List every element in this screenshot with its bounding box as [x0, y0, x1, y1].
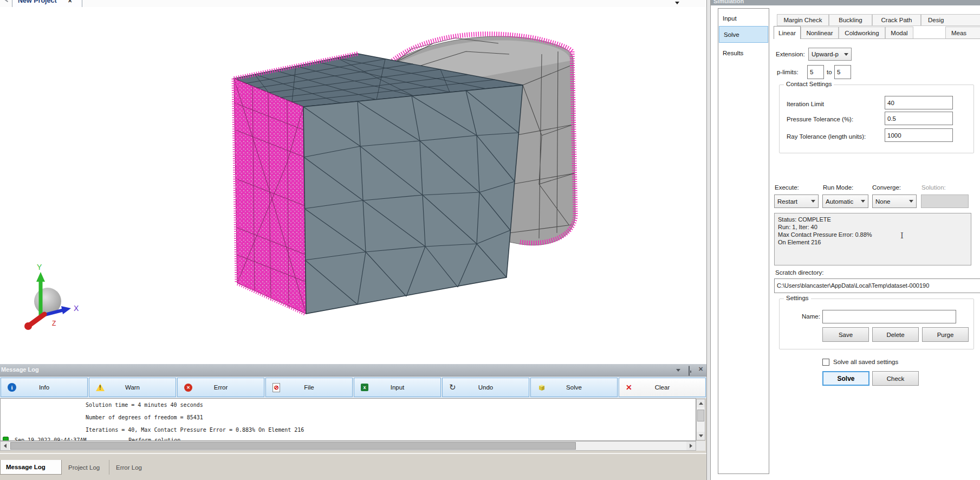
axis-label-x: X [74, 304, 79, 313]
tab-project-log[interactable]: Project Log [63, 460, 109, 475]
scroll-up-button[interactable] [697, 399, 705, 407]
plimit-from-field[interactable]: 5 [807, 65, 824, 79]
model-viewport[interactable]: Y X Z [0, 7, 706, 364]
log-solve-button[interactable]: Solve [530, 378, 618, 397]
arrow-down-icon [699, 434, 703, 437]
status-line: Run: 1, Iter: 40 [778, 223, 968, 231]
log-error-button[interactable]: ✕Error [177, 378, 264, 397]
scroll-left-button[interactable] [1, 442, 9, 450]
extension-select[interactable]: Upward-p [808, 48, 852, 61]
run-mode-select[interactable]: Automatic [822, 194, 868, 208]
solve-cube-icon [537, 383, 546, 392]
scratch-directory-field[interactable]: C:\Users\blancaster\AppData\Local\Temp\d… [774, 278, 980, 293]
plimits-to-label: to [827, 69, 832, 75]
message-log-toolbar: iInfo !Warn ✕Error ⊘File xInput ↻Undo So… [0, 377, 706, 398]
close-icon[interactable]: ✕ [698, 366, 703, 373]
log-warn-button[interactable]: !Warn [89, 378, 176, 397]
tab-error-log[interactable]: Error Log [111, 460, 154, 475]
solution-select [921, 194, 969, 208]
extension-label: Extension: [776, 51, 805, 57]
undo-icon: ↻ [449, 384, 456, 391]
tab-modal[interactable]: Modal [885, 27, 913, 39]
log-file-button[interactable]: ⊘File [265, 378, 353, 397]
converge-select[interactable]: None [872, 194, 917, 208]
tab-margin-check[interactable]: Margin Check [777, 14, 829, 26]
error-icon: ✕ [184, 384, 192, 392]
scrollbar-thumb[interactable] [697, 410, 704, 421]
solve-all-checkbox[interactable] [822, 359, 829, 366]
axis-label-z: Z [52, 320, 56, 327]
nav-item-solve[interactable]: Solve [719, 26, 768, 43]
axis-label-y: Y [37, 263, 42, 271]
arrow-up-icon [699, 402, 703, 405]
tab-meas[interactable]: Meas [945, 27, 980, 39]
solve-status-box: Status: COMPLETE Run: 1, Iter: 40 Max Co… [774, 213, 971, 265]
pressure-tolerance-field[interactable]: 0.5 [885, 112, 953, 125]
message-log-panel: Message Log ✕ iInfo !Warn ✕Error ⊘File x… [0, 364, 706, 480]
tab-buckling[interactable]: Buckling [829, 14, 872, 26]
tab-nonlinear[interactable]: Nonlinear [801, 27, 839, 39]
log-entry: Perform solution [128, 437, 180, 441]
chevron-down-icon [811, 200, 815, 203]
log-entry: Iterations = 40, Max Contact Pressure Er… [86, 427, 304, 433]
contact-settings-legend: Contact Settings [784, 81, 834, 87]
settings-name-field[interactable] [822, 310, 956, 323]
message-log-titlebar: Message Log ✕ [0, 364, 706, 377]
scrollbar-thumb[interactable] [10, 442, 576, 450]
log-input-button[interactable]: xInput [354, 378, 441, 397]
scrollbar-corner [696, 441, 705, 451]
scratch-directory-path: C:\Users\blancaster\AppData\Local\Temp\d… [777, 282, 929, 289]
log-info-button[interactable]: iInfo [1, 378, 88, 397]
log-vertical-scrollbar[interactable] [696, 399, 705, 440]
tab-coldworking[interactable]: Coldworking [839, 27, 885, 39]
panel-splitter[interactable] [706, 0, 711, 480]
log-horizontal-scrollbar[interactable] [0, 441, 696, 451]
warning-icon: ! [96, 384, 105, 391]
log-undo-button[interactable]: ↻Undo [442, 378, 529, 397]
message-log-list[interactable]: Solution time = 4 minutes 40 seconds Num… [0, 398, 696, 441]
tab-design[interactable]: Desig [921, 14, 980, 26]
save-button[interactable]: Save [822, 327, 869, 342]
project-tab-close-icon[interactable]: ✕ [68, 0, 72, 4]
ibeam-cursor: I [900, 231, 904, 241]
execute-select[interactable]: Restart [774, 194, 819, 208]
converge-label: Converge: [872, 184, 901, 191]
solution-label: Solution: [921, 184, 946, 191]
ray-tolerance-field[interactable]: 1000 [885, 128, 953, 142]
log-entry: Solution time = 4 minutes 40 seconds [86, 402, 203, 408]
log-entry: Number of degrees of freedom = 85431 [86, 414, 203, 420]
input-file-icon: x [361, 384, 368, 391]
viewport-canvas[interactable]: Y X Z [0, 7, 706, 364]
tab-linear[interactable]: Linear [774, 26, 801, 39]
log-tab-bar: Message Log Project Log Error Log [0, 453, 706, 480]
run-mode-label: Run Mode: [823, 184, 853, 191]
pin-icon[interactable] [689, 366, 690, 376]
nav-item-input[interactable]: Input [718, 12, 773, 25]
project-tab[interactable]: New Project ✕ [12, 0, 82, 7]
solution-log-icon [3, 437, 9, 441]
solve-button[interactable]: Solve [822, 371, 869, 386]
execute-label: Execute: [775, 184, 799, 191]
arrow-left-icon [4, 444, 7, 448]
tab-crack-path[interactable]: Crack Path [872, 14, 921, 26]
plimit-to-field[interactable]: 5 [834, 65, 851, 79]
tab-message-log[interactable]: Message Log [0, 460, 62, 475]
log-clear-button[interactable]: ✕Clear [619, 378, 706, 397]
solve-all-label: Solve all saved settings [833, 359, 898, 365]
info-icon: i [8, 383, 16, 392]
check-button[interactable]: Check [872, 371, 919, 386]
iteration-limit-field[interactable]: 40 [885, 96, 953, 109]
delete-button[interactable]: Delete [872, 327, 919, 342]
simulation-panel-header[interactable]: Simulation [711, 0, 980, 5]
chevron-down-icon [861, 200, 865, 203]
status-line: Status: COMPLETE [778, 216, 968, 223]
scroll-right-button[interactable] [686, 442, 696, 450]
tab-overflow-icon[interactable] [675, 2, 679, 4]
chevron-down-icon [909, 200, 913, 203]
ray-tolerance-label: Ray Tolerance (length units): [787, 133, 866, 140]
orientation-triad: Y X Z [24, 263, 79, 330]
nav-item-results[interactable]: Results [718, 47, 773, 60]
purge-button[interactable]: Purge [922, 327, 969, 342]
window-position-icon[interactable] [676, 369, 680, 372]
scroll-down-button[interactable] [697, 432, 705, 440]
